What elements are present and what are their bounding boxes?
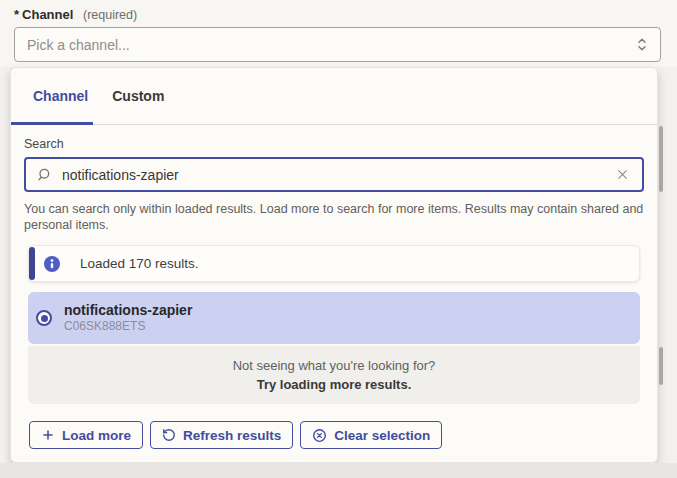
not-seeing-hint: Not seeing what you're looking for? Try … bbox=[28, 346, 640, 404]
channel-dropdown-panel: Channel Custom Search You can search onl… bbox=[10, 67, 658, 463]
refresh-icon bbox=[162, 428, 176, 442]
load-more-button[interactable]: Load more bbox=[29, 421, 143, 449]
field-label-row: *Channel (required) bbox=[14, 7, 137, 22]
panel-body: Search You can search only within loaded… bbox=[11, 137, 657, 449]
search-box bbox=[24, 157, 644, 192]
result-name: notifications-zapier bbox=[64, 302, 192, 319]
tab-channel[interactable]: Channel bbox=[11, 68, 93, 124]
hint-line1: Not seeing what you're looking for? bbox=[233, 358, 436, 373]
search-icon bbox=[37, 167, 53, 183]
required-note: (required) bbox=[83, 8, 137, 22]
field-section: *Channel (required) Pick a channel... bbox=[0, 0, 677, 67]
clear-search-icon[interactable] bbox=[614, 166, 631, 183]
channel-select[interactable]: Pick a channel... bbox=[14, 27, 661, 62]
tab-bar: Channel Custom bbox=[11, 68, 657, 125]
result-texts: notifications-zapier C06SK888ETS bbox=[64, 302, 192, 334]
tab-custom-label: Custom bbox=[112, 88, 164, 104]
actions-row: Load more Refresh results Clear selectio… bbox=[29, 421, 644, 449]
result-id: C06SK888ETS bbox=[64, 319, 192, 334]
clear-selection-button[interactable]: Clear selection bbox=[300, 421, 442, 449]
required-marker: * bbox=[14, 7, 19, 22]
scrollbar-thumb-lower[interactable] bbox=[659, 347, 663, 385]
hint-line2: Try loading more results. bbox=[257, 377, 412, 392]
clear-selection-label: Clear selection bbox=[334, 428, 430, 443]
refresh-results-button[interactable]: Refresh results bbox=[150, 421, 293, 449]
search-label: Search bbox=[24, 137, 644, 151]
info-icon bbox=[44, 256, 60, 272]
scrollbar-thumb-upper[interactable] bbox=[659, 126, 663, 192]
chevrons-updown-icon bbox=[636, 37, 648, 52]
radio-selected-icon[interactable] bbox=[36, 310, 52, 326]
loaded-results-alert: Loaded 170 results. bbox=[28, 245, 640, 282]
channel-select-placeholder: Pick a channel... bbox=[27, 37, 636, 53]
page-background-strip bbox=[0, 463, 677, 478]
refresh-results-label: Refresh results bbox=[183, 428, 281, 443]
load-more-label: Load more bbox=[62, 428, 131, 443]
tab-channel-label: Channel bbox=[33, 88, 88, 104]
plus-icon bbox=[41, 428, 55, 442]
search-input[interactable] bbox=[62, 167, 605, 183]
tab-custom[interactable]: Custom bbox=[93, 68, 174, 124]
loaded-results-text: Loaded 170 results. bbox=[80, 256, 199, 271]
circle-x-icon bbox=[312, 428, 327, 443]
field-label: Channel bbox=[22, 7, 73, 22]
result-option-notifications-zapier[interactable]: notifications-zapier C06SK888ETS bbox=[28, 292, 640, 344]
search-help-text: You can search only within loaded result… bbox=[24, 201, 644, 233]
